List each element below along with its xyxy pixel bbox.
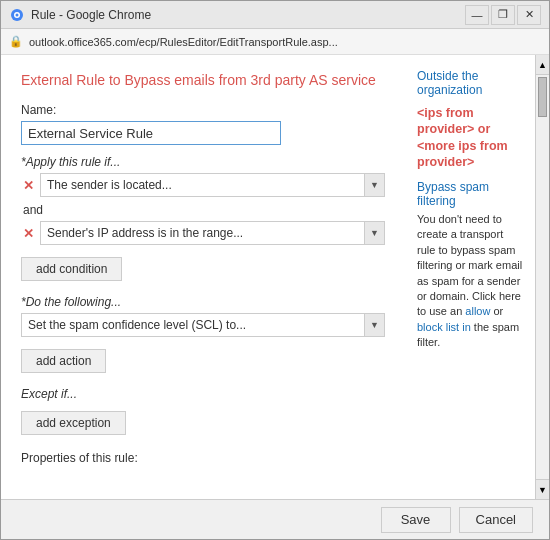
- condition-2-dropdown[interactable]: Sender's IP address is in the range... ▼: [40, 221, 385, 245]
- do-label: *Do the following...: [21, 295, 385, 309]
- bypass-spam-link[interactable]: Bypass spam filtering: [417, 180, 523, 208]
- allow-link[interactable]: allow: [465, 305, 490, 317]
- svg-point-2: [16, 13, 19, 16]
- add-exception-button[interactable]: add exception: [21, 411, 126, 435]
- lock-icon: 🔒: [9, 35, 23, 48]
- condition-1-text: The sender is located...: [41, 178, 364, 192]
- condition-1-dropdown[interactable]: The sender is located... ▼: [40, 173, 385, 197]
- condition-2-text: Sender's IP address is in the range...: [41, 226, 364, 240]
- condition-1-arrow: ▼: [364, 174, 384, 196]
- remove-condition-2-button[interactable]: ✕: [21, 227, 36, 240]
- action-1-arrow: ▼: [364, 314, 384, 336]
- block-list-link[interactable]: block list in: [417, 321, 471, 333]
- close-button[interactable]: ✕: [517, 5, 541, 25]
- address-text: outlook.office365.com/ecp/RulesEditor/Ed…: [29, 36, 338, 48]
- add-action-button[interactable]: add action: [21, 349, 106, 373]
- title-bar: Rule - Google Chrome — ❐ ✕: [1, 1, 549, 29]
- bottom-bar: Save Cancel: [1, 499, 549, 539]
- ips-text: <ips from provider> or <more ips from pr…: [417, 105, 523, 170]
- right-panel: Outside the organization <ips from provi…: [405, 55, 535, 499]
- add-condition-button[interactable]: add condition: [21, 257, 122, 281]
- scrollbar[interactable]: ▲ ▼: [535, 55, 549, 499]
- address-bar: 🔒 outlook.office365.com/ecp/RulesEditor/…: [1, 29, 549, 55]
- scroll-up-button[interactable]: ▲: [536, 55, 549, 75]
- restore-button[interactable]: ❐: [491, 5, 515, 25]
- action-1-dropdown[interactable]: Set the spam confidence level (SCL) to..…: [21, 313, 385, 337]
- browser-icon: [9, 7, 25, 23]
- main-panel: External Rule to Bypass emails from 3rd …: [1, 55, 405, 499]
- condition-2-row: ✕ Sender's IP address is in the range...…: [21, 221, 385, 245]
- remove-condition-1-button[interactable]: ✕: [21, 179, 36, 192]
- window-title: Rule - Google Chrome: [31, 8, 465, 22]
- apply-label: *Apply this rule if...: [21, 155, 385, 169]
- name-input[interactable]: [21, 121, 281, 145]
- name-label: Name:: [21, 103, 385, 117]
- page-title: External Rule to Bypass emails from 3rd …: [21, 71, 385, 89]
- scrollbar-thumb[interactable]: [538, 77, 547, 117]
- window: Rule - Google Chrome — ❐ ✕ 🔒 outlook.off…: [0, 0, 550, 540]
- and-label: and: [21, 203, 385, 217]
- bypass-desc: You don't need to create a transport rul…: [417, 213, 522, 348]
- condition-2-arrow: ▼: [364, 222, 384, 244]
- condition-1-row: ✕ The sender is located... ▼: [21, 173, 385, 197]
- save-button[interactable]: Save: [381, 507, 451, 533]
- except-label: Except if...: [21, 387, 385, 401]
- action-1-row: Set the spam confidence level (SCL) to..…: [21, 313, 385, 337]
- outside-org-link[interactable]: Outside the organization: [417, 69, 523, 97]
- scroll-down-button[interactable]: ▼: [536, 479, 549, 499]
- action-1-text: Set the spam confidence level (SCL) to..…: [22, 318, 364, 332]
- properties-label: Properties of this rule:: [21, 451, 385, 465]
- minimize-button[interactable]: —: [465, 5, 489, 25]
- window-controls: — ❐ ✕: [465, 5, 541, 25]
- cancel-button[interactable]: Cancel: [459, 507, 533, 533]
